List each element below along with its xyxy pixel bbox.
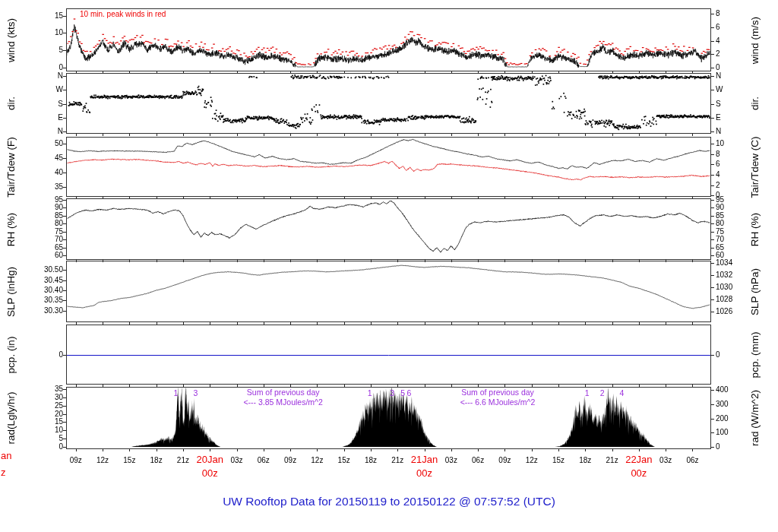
- y-tick-label-right: 75: [716, 227, 724, 236]
- y-tick-label-right: 100: [716, 428, 729, 437]
- y-tick-label-left: 30.35: [29, 296, 63, 305]
- time-tick-label: 18z: [574, 456, 596, 465]
- time-tick-label: 15z: [333, 456, 356, 465]
- time-tick-label: 12z: [91, 456, 114, 465]
- rad-hour-marker: 5: [400, 388, 405, 398]
- y-tick-label-left: 15: [29, 417, 63, 426]
- y-tick-label-left: 15: [29, 11, 63, 21]
- y-tick-label-left: 45: [29, 154, 63, 163]
- time-tick-label: 09z: [493, 456, 516, 465]
- axis-title-left: Tair/Tdew (F): [5, 137, 17, 198]
- y-tick-label-right: 8: [716, 9, 720, 18]
- time-tick-label: 15z: [118, 456, 141, 465]
- axis-title-right: rad (W/m^2): [749, 390, 761, 446]
- y-tick-label-left: 0: [29, 350, 63, 359]
- time-tick-label: 12z: [305, 456, 328, 465]
- time-tick-label: 18z: [359, 456, 382, 465]
- y-tick-label-left: 40: [29, 168, 63, 177]
- y-tick-label-right: 1028: [716, 295, 732, 304]
- y-tick-label-left: W: [29, 85, 63, 94]
- clipped-date-label-line1: an: [1, 450, 11, 461]
- axis-title-right: SLP (hPa): [749, 268, 761, 315]
- rad-annotation-line2: <--- 3.85 MJoules/m^2: [215, 397, 352, 407]
- axis-title-right: pcp. (mm): [749, 331, 761, 378]
- y-tick-label-right: 200: [716, 414, 729, 423]
- y-tick-label-right: 4: [716, 36, 720, 46]
- y-tick-label-left: 95: [29, 195, 63, 204]
- date-label-z: 00z: [405, 467, 444, 479]
- rad-annotation-line1: Sum of previous day: [429, 388, 566, 397]
- y-tick-label-left: 85: [29, 211, 63, 220]
- y-tick-label-left: N: [29, 127, 63, 136]
- rad-hour-marker: 1: [368, 388, 372, 398]
- y-tick-label-right: 2: [716, 181, 720, 190]
- y-tick-label-left: 80: [29, 219, 63, 228]
- panel-temperature: [66, 137, 711, 197]
- y-tick-label-left: 5: [29, 434, 63, 443]
- y-tick-label-right: 400: [716, 385, 729, 394]
- rad-hour-marker: 2: [600, 388, 605, 398]
- y-tick-label-right: 300: [716, 400, 729, 409]
- y-tick-label-left: 70: [29, 235, 63, 244]
- axis-title-left: wind (kts): [5, 18, 17, 62]
- axis-title-left: pcp. (in): [5, 336, 17, 373]
- y-tick-label-left: 35: [29, 385, 63, 394]
- panel-precip: [66, 325, 711, 385]
- time-tick-label: 09z: [65, 456, 87, 465]
- y-tick-label-right: 80: [716, 219, 724, 228]
- y-tick-label-right: 85: [716, 211, 724, 220]
- axis-title-right: Tair/Tdew (C): [749, 136, 761, 198]
- y-tick-label-right: 6: [716, 23, 720, 32]
- y-tick-label-left: 90: [29, 203, 63, 212]
- y-tick-label-left: 30.50: [29, 265, 63, 274]
- axis-title-left: dir.: [5, 97, 17, 110]
- time-tick-label: 06z: [252, 456, 275, 465]
- y-tick-label-left: 10: [29, 426, 63, 435]
- y-tick-label-right: 1034: [716, 258, 732, 268]
- y-tick-label-left: 60: [29, 251, 63, 260]
- date-label: 22Jan: [619, 454, 659, 465]
- y-tick-label-left: 75: [29, 227, 63, 236]
- y-tick-label-right: S: [716, 100, 721, 109]
- y-tick-label-right: 1032: [716, 271, 732, 280]
- y-tick-label-right: E: [716, 113, 721, 122]
- peak-wind-note: 10 min. peak winds in red: [80, 10, 166, 18]
- y-tick-label-left: 10: [29, 28, 63, 37]
- time-tick-label: 06z: [466, 456, 489, 465]
- y-tick-label-right: 95: [716, 195, 724, 204]
- y-tick-label-right: 65: [716, 243, 724, 252]
- axis-title-right: wind (m/s): [749, 16, 761, 63]
- rad-hour-marker: 6: [407, 388, 412, 398]
- y-tick-label-right: 1030: [716, 283, 732, 292]
- clipped-date-label-line2: z: [1, 467, 6, 478]
- y-tick-label-right: 0: [716, 442, 720, 451]
- y-tick-label-left: 30.30: [29, 306, 63, 315]
- rad-annotation-line1: Sum of previous day: [215, 388, 352, 397]
- y-tick-label-right: 90: [716, 203, 724, 212]
- date-label-z: 00z: [190, 467, 229, 479]
- y-tick-label-right: 70: [716, 235, 724, 244]
- panel-direction: [66, 73, 711, 134]
- y-tick-label-right: 10: [716, 139, 724, 148]
- rad-hour-marker: 4: [620, 388, 625, 398]
- y-tick-label-right: 1026: [716, 307, 732, 316]
- axis-title-left: SLP (inHg): [5, 267, 17, 317]
- axis-title-right: dir.: [749, 97, 761, 110]
- y-tick-label-left: 20: [29, 410, 63, 419]
- y-tick-label-right: 6: [716, 160, 720, 169]
- rad-hour-marker: 1: [585, 388, 590, 398]
- date-label: 20Jan: [190, 454, 229, 465]
- y-tick-label-left: 65: [29, 243, 63, 252]
- time-tick-label: 06z: [681, 456, 704, 465]
- time-tick-label: 12z: [520, 456, 543, 465]
- y-tick-label-left: N: [29, 71, 63, 81]
- rad-hour-marker: 3: [390, 388, 394, 398]
- y-tick-label-right: N: [716, 127, 721, 136]
- panel-radiation: [66, 387, 711, 449]
- y-tick-label-right: 0: [716, 350, 720, 359]
- panel-pressure: [66, 261, 711, 322]
- y-tick-label-left: 50: [29, 139, 63, 148]
- chart-title: UW Rooftop Data for 20150119 to 20150122…: [0, 495, 778, 508]
- y-tick-label-right: 8: [716, 150, 720, 159]
- date-label-z: 00z: [619, 467, 659, 479]
